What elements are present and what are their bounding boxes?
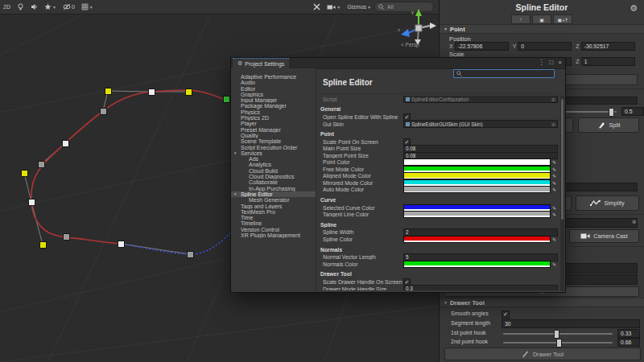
scrollbar[interactable]	[560, 96, 564, 290]
gizmos-dropdown-button[interactable]: Gizmos ▼	[345, 2, 374, 12]
nav-item-physics-2d[interactable]: Physics 2D	[231, 115, 316, 121]
slider-knob[interactable]	[609, 108, 614, 117]
x-axis-cone[interactable]	[430, 23, 436, 29]
eyedropper-icon[interactable]: ✎	[551, 212, 558, 217]
spline-point-white[interactable]	[118, 241, 125, 248]
spline-point-white[interactable]	[28, 199, 35, 206]
spline-point-yellow[interactable]	[39, 241, 47, 249]
nav-item-preset-manager[interactable]: Preset Manager	[231, 127, 316, 133]
nav-item-player[interactable]: Player	[231, 121, 316, 126]
nav-item-collaborate[interactable]: Collaborate	[231, 179, 316, 185]
camera-dropdown-button[interactable]: ▼	[324, 2, 343, 12]
project-settings-tab[interactable]: ⚙ Project Settings	[233, 58, 289, 68]
scale-z-field[interactable]: 1	[581, 57, 635, 66]
eyedropper-icon[interactable]: ✎	[551, 167, 558, 172]
tool-settings-button[interactable]	[311, 2, 323, 12]
scrollbar-thumb[interactable]	[561, 99, 564, 220]
foldout-arrow-icon[interactable]: ▼	[233, 191, 237, 197]
split-button[interactable]: Split	[578, 117, 639, 133]
eyedropper-icon[interactable]: ✎	[551, 261, 558, 267]
nav-item-graphics[interactable]: Graphics	[231, 92, 316, 97]
hidden-objects-button[interactable]: 0	[60, 2, 77, 12]
spline-point-yellow[interactable]	[21, 170, 28, 177]
foldout-arrow-icon[interactable]: ▼	[233, 150, 237, 156]
object-field[interactable]: SplineEditorGUISkin (GUI Skin)⊙	[403, 120, 558, 128]
hook2-value-field[interactable]: 0.66	[617, 338, 640, 347]
smooth-angles-checkbox[interactable]: ✓	[502, 311, 510, 319]
object-picker-icon[interactable]: ⊙	[551, 121, 555, 127]
color-swatch[interactable]	[403, 261, 551, 268]
spline-point-green[interactable]	[223, 96, 230, 103]
camera-cast-button[interactable]: Camera Cast	[569, 229, 639, 243]
color-swatch[interactable]	[403, 211, 551, 218]
tool-button-3[interactable]: ▣+T	[553, 14, 572, 24]
effects-dropdown-button[interactable]: ▼	[42, 2, 59, 12]
spline-point-gray[interactable]	[100, 108, 107, 115]
nav-item-package-manager[interactable]: Package Manager	[231, 103, 316, 109]
nav-item-in-app-purchasing[interactable]: In-App Purchasing	[231, 186, 316, 191]
tool-button-2[interactable]: ▣	[532, 14, 551, 24]
nav-item-quality[interactable]: Quality	[231, 133, 316, 138]
nav-item-physics[interactable]: Physics	[231, 109, 316, 115]
hook1-value-field[interactable]: 0.33	[617, 329, 640, 338]
drawer-tool-button[interactable]: Drawer Tool	[444, 348, 641, 360]
spline-point-gray[interactable]	[63, 233, 70, 241]
nav-item-input-manager[interactable]: Input Manager	[231, 97, 316, 103]
nav-item-tags-and-layers[interactable]: Tags and Layers	[231, 204, 316, 209]
nav-item-xr-plugin-management[interactable]: XR Plugin Management	[231, 232, 316, 238]
spline-point-gray[interactable]	[187, 251, 194, 258]
position-z-field[interactable]: -30.92517	[581, 42, 635, 51]
drawer-tool-foldout-header[interactable]: ▼ Drawer Tool	[440, 298, 644, 307]
eyedropper-icon[interactable]: ✎	[551, 237, 558, 242]
position-x-field[interactable]: -22.57806	[455, 42, 509, 51]
nav-item-cloud-diagnostics[interactable]: Cloud Diagnostics	[231, 174, 316, 179]
value-field[interactable]: 0.3	[403, 285, 558, 290]
settings-search-input[interactable]	[453, 69, 555, 78]
object-field[interactable]: SplineEditorConfiguration⊙	[403, 96, 558, 103]
segment-length-field[interactable]: 30	[502, 319, 640, 328]
eyedropper-icon[interactable]: ✎	[551, 205, 558, 211]
spline-point-yellow[interactable]	[105, 88, 112, 95]
lighting-toggle-button[interactable]	[14, 2, 27, 12]
eyedropper-icon[interactable]: ✎	[551, 187, 558, 192]
spline-point-yellow[interactable]	[185, 88, 192, 96]
nav-item-editor[interactable]: Editor	[231, 86, 316, 92]
nav-item-version-control[interactable]: Version Control	[231, 227, 316, 232]
perspective-label[interactable]: < Persp	[401, 42, 419, 47]
object-picker-icon[interactable]: ⊙	[551, 97, 555, 102]
simplify-button[interactable]: Simplify	[576, 195, 639, 211]
nav-item-analytics[interactable]: Analytics	[231, 162, 316, 167]
audio-toggle-button[interactable]	[28, 2, 40, 12]
gizmo-center-cube[interactable]	[415, 25, 422, 31]
tool-button-1[interactable]: ↑	[511, 14, 530, 24]
slider-value-field[interactable]: 0.5	[621, 107, 644, 116]
nav-item-audio[interactable]: Audio	[231, 80, 316, 85]
z-axis-cone[interactable]	[401, 29, 410, 37]
eyedropper-icon[interactable]: ✎	[551, 180, 558, 186]
nav-item-time[interactable]: Time	[231, 215, 316, 220]
nav-item-spline-editor[interactable]: ▼Spline Editor	[231, 191, 316, 197]
eyedropper-icon[interactable]: ✎	[551, 159, 558, 165]
nav-item-cloud-build[interactable]: Cloud Build	[231, 168, 316, 174]
color-swatch[interactable]	[403, 236, 551, 243]
nav-item-mesh-generator[interactable]: Mesh Generator	[231, 197, 316, 203]
nav-item-script-execution-order[interactable]: Script Execution Order	[231, 145, 316, 150]
2d-toggle-button[interactable]: 2D	[1, 2, 13, 12]
color-swatch[interactable]	[403, 186, 551, 193]
close-icon[interactable]: ×	[558, 59, 562, 66]
grid-dropdown-button[interactable]: ▼	[79, 2, 96, 12]
nav-item-scene-template[interactable]: Scene Template	[231, 138, 316, 144]
nav-item-textmesh-pro[interactable]: TextMesh Pro	[231, 209, 316, 215]
position-y-field[interactable]: 0	[518, 42, 572, 51]
eyedropper-icon[interactable]: ✎	[551, 173, 558, 179]
nav-item-timeline[interactable]: Timeline	[231, 220, 316, 226]
spline-point-white[interactable]	[62, 140, 69, 147]
hook2-slider-knob[interactable]	[556, 339, 562, 348]
point-foldout-header[interactable]: ▼ Point	[440, 24, 644, 34]
nav-item-adaptive-performance[interactable]: Adaptive Performance	[231, 74, 316, 80]
maximize-icon[interactable]: □	[549, 59, 553, 66]
y-axis-cone[interactable]	[415, 9, 422, 16]
nav-item-ads[interactable]: Ads	[231, 156, 316, 162]
gear-icon[interactable]: ⚙	[630, 3, 638, 14]
window-menu-icon[interactable]: ⋮	[538, 59, 544, 66]
